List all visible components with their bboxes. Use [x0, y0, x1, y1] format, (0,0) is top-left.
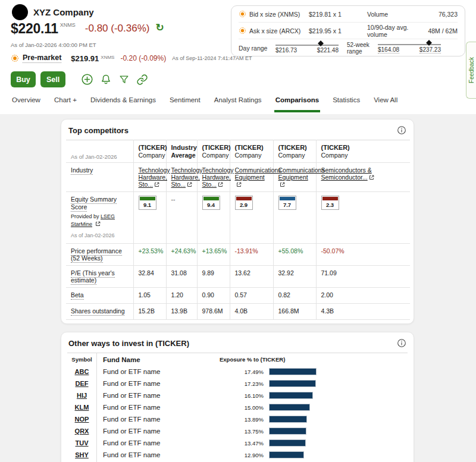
main-content: Top competitors As of Jan-02-2026 (TICKE… — [0, 114, 476, 462]
week52-range-marker — [426, 40, 432, 46]
row-label[interactable]: Beta — [71, 291, 84, 300]
exposure-bar — [269, 404, 310, 411]
price-row: $220.11 XNMS -0.80 (-0.36%) ↻ — [11, 21, 164, 37]
metric-value: 978.6M — [197, 304, 230, 320]
buy-button[interactable]: Buy — [11, 71, 36, 87]
fund-row: DEF Fund or ETF name 17.23% — [67, 378, 408, 389]
tab-view-all[interactable]: View All — [374, 90, 397, 114]
fund-symbol-link[interactable]: SHY — [75, 451, 89, 458]
metric-value: 31.08 — [166, 266, 197, 288]
industry-row: Industry Technology Hardware, Sto... Tec… — [66, 163, 410, 192]
feedback-tab[interactable]: Feedback — [466, 42, 476, 99]
exposure-pct: 12.90% — [214, 452, 264, 458]
fund-name: Fund or ETF name — [97, 416, 214, 423]
column-header: (TICKER)Company — [197, 140, 230, 163]
beta-row: Beta 1.05 1.20 0.90 0.57 0.82 2.00 — [66, 288, 410, 304]
link-icon[interactable] — [136, 74, 148, 86]
equity-as-of: As of Jan-02-2026 — [71, 232, 130, 240]
exposure-column-header: Exposure % to (TICKER) — [214, 356, 408, 363]
other-ways-card: Other ways to invest in (TICKER) Symbol … — [61, 332, 414, 462]
price-change: -0.80 (-0.36%) — [85, 23, 150, 34]
industry-row-label[interactable]: Industry — [71, 166, 93, 175]
filter-funnel-icon[interactable] — [118, 74, 130, 86]
tab-sentiment[interactable]: Sentiment — [170, 90, 201, 114]
metric-value: 1.20 — [166, 288, 197, 304]
exchange-code: XNMS — [60, 22, 76, 28]
action-buttons: Buy Sell — [11, 71, 148, 87]
company-name: XYZ Company — [33, 7, 94, 17]
fund-symbol-link[interactable]: HIJ — [77, 392, 87, 399]
metric-value: 0.82 — [273, 288, 316, 304]
exposure-bar — [269, 380, 316, 387]
tab-statistics[interactable]: Statistics — [333, 90, 360, 114]
row-label[interactable]: P/E (This year's estimate) — [71, 269, 115, 285]
bid-value: $219.81 x 1 — [309, 11, 364, 18]
sell-button[interactable]: Sell — [40, 71, 65, 87]
metric-value: +13.65% — [197, 244, 230, 266]
week52-low[interactable]: $164.08 — [378, 46, 399, 54]
day-range-marker — [318, 40, 324, 46]
add-circle-icon[interactable] — [81, 73, 93, 86]
tab-comparisons[interactable]: Comparisons — [275, 90, 320, 114]
external-link-icon — [236, 182, 242, 187]
metric-value: 166.8M — [273, 304, 316, 320]
exposure-pct: 17.49% — [214, 369, 264, 375]
info-icon[interactable] — [397, 338, 406, 348]
equity-score-badge: 9.1 — [139, 196, 156, 210]
week52-high[interactable]: $237.23 — [419, 46, 441, 54]
feedback-label: Feedback — [468, 57, 475, 83]
external-link-icon — [280, 182, 285, 187]
premarket-row: Pre-market $219.91 XNMS -0.20 (-0.09%) A… — [11, 54, 252, 63]
exposure-pct: 13.47% — [214, 440, 264, 447]
refresh-icon[interactable]: ↻ — [155, 21, 164, 34]
sun-icon — [239, 10, 246, 18]
info-icon[interactable] — [397, 125, 406, 135]
quote-summary-box: Bid x size (XNMS) $219.81 x 1 Volume 76,… — [231, 5, 465, 56]
column-header: (TICKER)Company — [316, 140, 410, 163]
top-competitors-card: Top competitors As of Jan-02-2026 (TICKE… — [61, 119, 414, 324]
exposure-pct: 16.10% — [214, 392, 264, 399]
metric-value: +55.08% — [273, 244, 316, 266]
premarket-label[interactable]: Pre-market — [23, 54, 61, 63]
row-label[interactable]: Shares outstanding — [71, 307, 124, 316]
column-header: (TICKER)Company — [133, 140, 166, 163]
exposure-bar — [269, 416, 307, 423]
column-header: (TICKER)Company — [273, 140, 316, 163]
section-tabs: Overview Chart + Dividends & Earnings Se… — [12, 90, 397, 114]
volume-label: Volume — [364, 11, 439, 18]
fund-name-column-header: Fund Name — [97, 356, 214, 363]
fund-symbol-link[interactable]: TUV — [76, 439, 89, 447]
fund-symbol-link[interactable]: ABC — [75, 368, 89, 375]
week52-range-slider: $164.08 $237.23 — [378, 42, 441, 54]
metric-value: 2.00 — [316, 288, 410, 304]
external-link-icon — [187, 182, 192, 187]
equity-score-label[interactable]: Equity Summary Score — [71, 196, 117, 212]
fund-symbol-link[interactable]: DEF — [76, 380, 89, 387]
day-range-high: $221.48 — [317, 47, 339, 54]
fund-row: TUV Fund or ETF name 13.47% — [67, 437, 408, 449]
tab-overview[interactable]: Overview — [12, 90, 40, 114]
premarket-price: $219.91 — [71, 54, 99, 63]
column-header: (TICKER)Company — [230, 140, 273, 163]
symbol-column-header: Symbol — [67, 353, 97, 366]
metric-value: 1.05 — [133, 288, 166, 304]
alert-bell-icon[interactable] — [100, 73, 112, 86]
pe-row: P/E (This year's estimate) 32.84 31.08 9… — [66, 266, 410, 288]
fund-symbol-link[interactable]: KLM — [75, 404, 89, 411]
funds-header-row: Symbol Fund Name Exposure % to (TICKER) — [67, 353, 408, 366]
tab-chart[interactable]: Chart + — [54, 90, 77, 114]
fund-symbol-link[interactable]: QRX — [75, 428, 89, 435]
industry-link[interactable]: Semiconductors & Semiconductor... — [321, 166, 372, 181]
tab-dividends-earnings[interactable]: Dividends & Earnings — [90, 90, 156, 114]
row-label[interactable]: Price performance (52 Weeks) — [71, 247, 122, 263]
day-range-slider: $216.73 $221.48 — [275, 43, 339, 54]
week52-range-label: 52-week range — [347, 42, 378, 55]
exposure-pct: 15.00% — [214, 404, 264, 411]
fund-symbol-link[interactable]: NOP — [75, 416, 89, 423]
metric-value: 15.2B — [133, 304, 166, 320]
tab-analyst-ratings[interactable]: Analyst Ratings — [214, 90, 262, 114]
external-link-icon — [369, 175, 374, 180]
volume-value: 76,323 — [439, 11, 458, 18]
metric-value: 32.92 — [273, 266, 316, 288]
price-performance-row: Price performance (52 Weeks) +23.53% +24… — [66, 244, 410, 266]
